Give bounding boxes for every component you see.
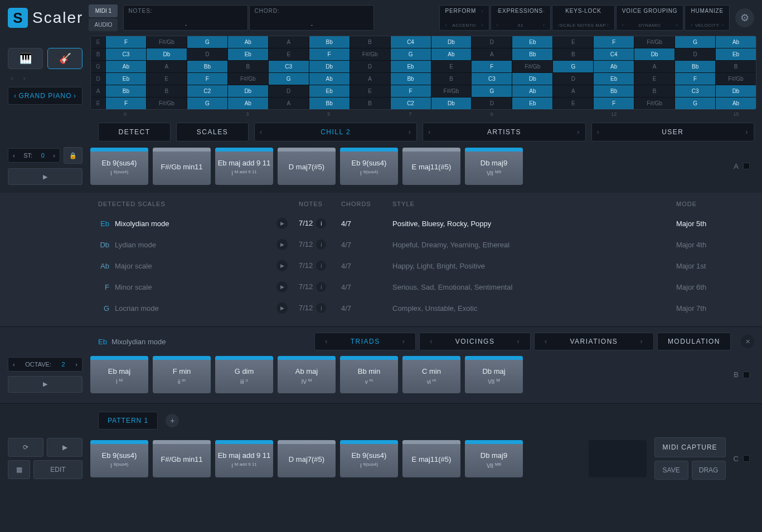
- fret-cell[interactable]: D: [269, 85, 309, 97]
- fret-cell[interactable]: B: [634, 85, 674, 97]
- play-scale-icon[interactable]: ▶: [276, 218, 288, 229]
- info-icon[interactable]: i: [316, 282, 326, 292]
- play-button-a[interactable]: ▶: [8, 168, 82, 185]
- preset-select[interactable]: ‹CHILL 2›: [254, 123, 417, 141]
- nav-prev[interactable]: ‹: [8, 74, 17, 82]
- fret-cell[interactable]: C3: [269, 61, 309, 72]
- play-scale-icon[interactable]: ▶: [276, 281, 288, 292]
- fret-cell[interactable]: F: [391, 85, 431, 97]
- chord-card[interactable]: F minii m: [153, 356, 211, 393]
- fret-cell[interactable]: E: [147, 73, 187, 85]
- fret-cell[interactable]: Db: [512, 73, 552, 85]
- fret-cell[interactable]: Eb: [594, 73, 634, 85]
- fret-cell[interactable]: Eb: [512, 97, 552, 109]
- fret-cell[interactable]: Eb: [228, 48, 268, 60]
- empty-chord-slot[interactable]: [589, 440, 647, 477]
- fret-cell[interactable]: F#/Gb: [228, 73, 268, 85]
- fret-cell[interactable]: A: [147, 61, 187, 72]
- fret-cell[interactable]: F: [106, 36, 146, 48]
- fret-cell[interactable]: B: [350, 36, 390, 48]
- chord-card[interactable]: D maj7(#5): [278, 148, 336, 185]
- fret-cell[interactable]: Eb: [309, 85, 350, 97]
- fret-cell[interactable]: Db: [431, 97, 472, 109]
- chord-card[interactable]: Eb 9(sus4)I 9(sus4): [90, 148, 148, 185]
- play-scale-icon[interactable]: ▶: [276, 302, 288, 314]
- info-icon[interactable]: i: [316, 261, 326, 271]
- fret-cell[interactable]: Eb: [106, 73, 146, 85]
- chord-card[interactable]: Eb maj add 9 11I M add 9 11: [215, 440, 273, 477]
- fret-cell[interactable]: B: [553, 48, 593, 60]
- add-pattern-button[interactable]: +: [166, 414, 179, 427]
- chord-card[interactable]: Eb 9(sus4)I 9(sus4): [340, 148, 398, 185]
- fret-cell[interactable]: Bb: [594, 85, 634, 97]
- nav-next[interactable]: ›: [20, 74, 29, 82]
- io-midi-tab[interactable]: MIDI 1: [89, 4, 118, 17]
- fret-cell[interactable]: Ab: [716, 36, 756, 48]
- fret-cell[interactable]: F#/Gb: [634, 97, 674, 109]
- fret-cell[interactable]: F: [472, 61, 512, 72]
- pattern-button[interactable]: PATTERN 1: [98, 412, 158, 429]
- humanize-select[interactable]: HUMANIZE ‹VELOCITY›: [685, 5, 730, 31]
- scale-row[interactable]: AbMajor scale ▶ 7/12i 4/7 Happy, Light, …: [98, 255, 754, 276]
- fret-cell[interactable]: Eb: [391, 61, 431, 72]
- chord-card[interactable]: F#/Gb min11: [153, 440, 211, 477]
- chord-card[interactable]: Bb minv m: [340, 356, 398, 393]
- midi-capture-button[interactable]: MIDI CAPTURE: [654, 437, 726, 457]
- io-audio-tab[interactable]: AUDIO: [89, 18, 118, 31]
- loop-button[interactable]: ⟳: [8, 438, 43, 457]
- scale-row[interactable]: FMinor scale ▶ 7/12i 4/7 Serious, Sad, E…: [98, 276, 754, 297]
- perform-select[interactable]: PERFORM› ‹ACCENTO›: [439, 5, 489, 31]
- chord-card[interactable]: C minvi m: [402, 356, 460, 393]
- fret-cell[interactable]: Ab: [431, 48, 472, 60]
- fret-cell[interactable]: F#/Gb: [147, 97, 187, 109]
- fret-cell[interactable]: Ab: [228, 36, 268, 48]
- info-icon[interactable]: i: [316, 303, 326, 313]
- fret-cell[interactable]: F: [594, 97, 634, 109]
- fret-cell[interactable]: Bb: [106, 85, 146, 97]
- fret-cell[interactable]: E: [553, 36, 593, 48]
- voicegrouping-select[interactable]: VOICE GROUPING ‹DYNAMIC›: [616, 5, 684, 31]
- fret-cell[interactable]: G: [187, 36, 227, 48]
- chord-card[interactable]: Eb majI M: [90, 356, 148, 393]
- fret-cell[interactable]: F#/Gb: [634, 36, 674, 48]
- chord-card[interactable]: E maj11(#5): [402, 148, 460, 185]
- fret-cell[interactable]: C2: [187, 85, 227, 97]
- fret-cell[interactable]: Ab: [594, 61, 634, 72]
- chord-card[interactable]: G dimiii o: [215, 356, 273, 393]
- fret-cell[interactable]: Bb: [675, 61, 715, 72]
- artists-select[interactable]: ‹ARTISTS›: [423, 123, 585, 141]
- close-section-b[interactable]: ✕: [741, 335, 754, 348]
- edit-button[interactable]: EDIT: [33, 460, 82, 479]
- fret-cell[interactable]: F: [675, 73, 715, 85]
- play-button-c[interactable]: ▶: [47, 438, 82, 457]
- fret-cell[interactable]: B: [350, 97, 390, 109]
- fret-cell[interactable]: Eb: [716, 48, 756, 60]
- fret-cell[interactable]: Db: [228, 85, 268, 97]
- fret-cell[interactable]: E: [634, 73, 674, 85]
- fret-cell[interactable]: G: [187, 97, 227, 109]
- keyslock-select[interactable]: KEYS-LOCK ‹SCALE NOTES MAP.›: [552, 5, 615, 31]
- save-button[interactable]: SAVE: [654, 461, 688, 480]
- lock-button[interactable]: 🔒: [64, 147, 82, 164]
- chord-card[interactable]: Db majVII M: [465, 356, 523, 393]
- fret-cell[interactable]: C2: [391, 97, 431, 109]
- fret-cell[interactable]: A: [269, 97, 309, 109]
- fret-cell[interactable]: B: [716, 61, 756, 72]
- fret-cell[interactable]: E: [350, 85, 390, 97]
- fret-cell[interactable]: F#/Gb: [431, 85, 472, 97]
- fret-cell[interactable]: C3: [472, 73, 512, 85]
- fret-cell[interactable]: F#/Gb: [350, 48, 390, 60]
- fret-cell[interactable]: B: [431, 73, 472, 85]
- fret-cell[interactable]: Db: [309, 61, 350, 72]
- voicings-tab[interactable]: ‹VOICINGS›: [419, 333, 531, 350]
- fret-cell[interactable]: D: [350, 61, 390, 72]
- fretboard-grid[interactable]: EFF#/GbGAbABbBC4DbDEbEFF#/GbGAbBC3DbDEbE…: [90, 36, 756, 110]
- fret-cell[interactable]: E: [553, 97, 593, 109]
- fret-cell[interactable]: F: [106, 97, 146, 109]
- section-c-led[interactable]: [743, 455, 750, 462]
- fret-cell[interactable]: B: [147, 85, 187, 97]
- fret-cell[interactable]: G: [675, 97, 715, 109]
- fret-cell[interactable]: A: [634, 61, 674, 72]
- chord-card[interactable]: Db maj9VII M9: [465, 148, 523, 185]
- fret-cell[interactable]: F: [594, 36, 634, 48]
